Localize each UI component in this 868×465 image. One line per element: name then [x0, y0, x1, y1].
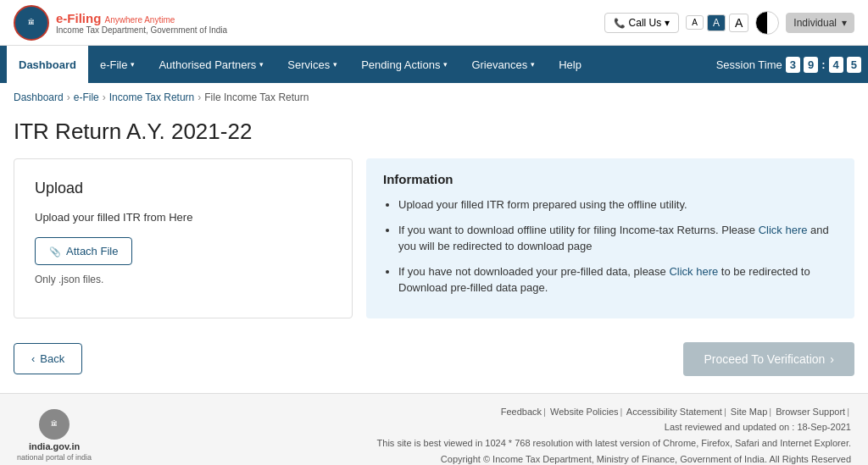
- footer-feedback[interactable]: Feedback: [501, 407, 542, 417]
- font-small-button[interactable]: A: [686, 15, 704, 30]
- footer-accessibility[interactable]: Accessibility Statement: [626, 407, 722, 417]
- session-d1: 3: [786, 57, 800, 73]
- footer-logo-sub: national portal of india: [17, 453, 92, 462]
- proceed-button[interactable]: Proceed To Verification: [683, 342, 854, 376]
- footer-copyright: Copyright © Income Tax Department, Minis…: [377, 451, 851, 465]
- info-card-title: Information: [383, 172, 837, 186]
- session-d4: 5: [847, 57, 861, 73]
- click-here-2[interactable]: Click here: [669, 265, 718, 278]
- page-title: ITR Return A.Y. 2021-22: [14, 119, 854, 145]
- attach-file-button[interactable]: Attach File: [35, 237, 132, 265]
- nav-efile-chevron: [131, 60, 135, 69]
- back-label: Back: [40, 352, 64, 365]
- breadcrumb-efile[interactable]: e-File: [74, 91, 99, 103]
- call-us-button[interactable]: Call Us: [604, 13, 680, 33]
- footer-link-row: Feedback| Website Policies| Accessibilit…: [377, 404, 851, 420]
- nav-dashboard[interactable]: Dashboard: [7, 46, 88, 83]
- nav-pending-chevron: [443, 60, 448, 69]
- proceed-label: Proceed To Verification: [704, 352, 825, 366]
- footer-sitemap[interactable]: Site Map: [731, 407, 767, 417]
- font-normal-button[interactable]: A: [707, 14, 726, 31]
- session-label: Session Time: [716, 58, 782, 71]
- footer-emblem: 🏛: [39, 409, 70, 440]
- nav-efile[interactable]: e-File: [88, 46, 147, 83]
- footer: 🏛 india.gov.in national portal of india …: [0, 393, 868, 466]
- nav-authorised-label: Authorised Partners: [159, 58, 256, 71]
- main-content: Upload Upload your filled ITR from Here …: [0, 158, 868, 335]
- logo-title: e-Filing Anywhere Anytime: [56, 11, 227, 25]
- logo-tagline: Anywhere Anytime: [105, 15, 175, 25]
- nav-grievances[interactable]: Grievances: [459, 46, 547, 83]
- file-hint: Only .json files.: [35, 274, 331, 285]
- attach-file-label: Attach File: [66, 245, 118, 257]
- logo-area: 🏛 e-Filing Anywhere Anytime Income Tax D…: [14, 5, 227, 41]
- breadcrumb-sep-2: ›: [103, 91, 106, 103]
- session-d3: 4: [829, 57, 843, 73]
- footer-website-policies[interactable]: Website Policies: [550, 407, 619, 417]
- footer-logo: 🏛 india.gov.in national portal of india: [17, 409, 92, 462]
- footer-links: Feedback| Website Policies| Accessibilit…: [377, 404, 851, 466]
- footer-best-viewed: This site is best viewed in 1024 * 768 r…: [377, 435, 851, 451]
- upload-card-title: Upload: [35, 180, 331, 197]
- breadcrumb-current: File Income Tax Return: [204, 91, 309, 103]
- nav-pending-label: Pending Actions: [361, 58, 440, 71]
- nav-authorised-partners[interactable]: Authorised Partners: [147, 46, 275, 83]
- nav-services-label: Services: [287, 58, 330, 71]
- info-card: Information Upload your filled ITR form …: [366, 158, 854, 318]
- info-card-list: Upload your filled ITR form prepared usi…: [383, 197, 837, 296]
- call-us-label: Call Us: [629, 17, 662, 29]
- call-us-chevron: [665, 17, 670, 29]
- nav-dashboard-label: Dashboard: [19, 58, 76, 71]
- footer-last-reviewed: Last reviewed and updated on : 18-Sep-20…: [377, 419, 851, 435]
- phone-icon: [614, 17, 626, 29]
- header-right: Call Us A A A Individual: [604, 11, 854, 35]
- nav-bar: Dashboard e-File Authorised Partners Ser…: [0, 46, 868, 83]
- top-header: 🏛 e-Filing Anywhere Anytime Income Tax D…: [0, 0, 868, 46]
- user-label: Individual: [793, 17, 837, 29]
- logo-subtitle: Income Tax Department, Government of Ind…: [56, 25, 227, 35]
- font-large-button[interactable]: A: [729, 14, 748, 32]
- footer-logo-text: india.gov.in: [29, 441, 80, 451]
- upload-label: Upload your filled ITR from Here: [35, 211, 331, 224]
- breadcrumb-itr[interactable]: Income Tax Return: [109, 91, 195, 103]
- clip-icon: [49, 245, 61, 257]
- nav-efile-label: e-File: [100, 58, 128, 71]
- contrast-toggle[interactable]: [755, 11, 779, 35]
- info-bullet-2: If you want to download offline utility …: [398, 222, 837, 255]
- footer-browser-support[interactable]: Browser Support: [776, 407, 845, 417]
- breadcrumb-sep-3: ›: [198, 91, 201, 103]
- nav-pending-actions[interactable]: Pending Actions: [349, 46, 459, 83]
- user-dropdown[interactable]: Individual: [786, 13, 854, 33]
- logo-text: e-Filing Anywhere Anytime Income Tax Dep…: [56, 11, 227, 35]
- breadcrumb-dashboard[interactable]: Dashboard: [14, 91, 64, 103]
- back-button[interactable]: Back: [14, 343, 82, 374]
- breadcrumb: Dashboard › e-File › Income Tax Return ›…: [0, 83, 868, 112]
- upload-card: Upload Upload your filled ITR from Here …: [14, 158, 353, 318]
- breadcrumb-sep-1: ›: [67, 91, 70, 103]
- proceed-chevron: [830, 352, 834, 366]
- page-title-area: ITR Return A.Y. 2021-22: [0, 112, 868, 158]
- nav-services[interactable]: Services: [275, 46, 349, 83]
- back-chevron: [31, 352, 35, 365]
- click-here-1[interactable]: Click here: [759, 224, 808, 236]
- action-row: Back Proceed To Verification: [0, 335, 868, 393]
- nav-help-label: Help: [559, 58, 581, 71]
- session-time: Session Time 3 9 : 4 5: [716, 57, 861, 73]
- nav-grievances-label: Grievances: [471, 58, 527, 71]
- session-sep: :: [821, 58, 825, 71]
- nav-services-chevron: [333, 60, 337, 69]
- session-d2: 9: [804, 57, 818, 73]
- info-bullet-3: If you have not downloaded your pre-fill…: [398, 263, 837, 296]
- nav-help[interactable]: Help: [547, 46, 593, 83]
- nav-authorised-chevron: [259, 60, 264, 69]
- info-bullet-1: Upload your filled ITR form prepared usi…: [398, 197, 837, 213]
- logo-emblem: 🏛: [14, 5, 49, 41]
- font-controls: A A A: [686, 14, 748, 32]
- nav-grievances-chevron: [531, 60, 535, 69]
- user-chevron: [842, 17, 847, 29]
- logo-efiling: e-Filing: [56, 11, 101, 25]
